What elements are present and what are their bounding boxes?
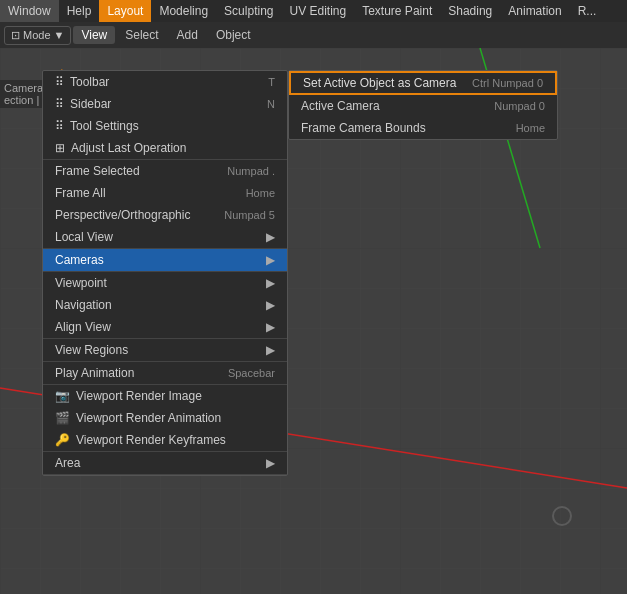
cameras-submenu-arrow: ▶ <box>266 253 275 267</box>
toolbar-row: ⊡ Mode ▼ View Select Add Object <box>0 22 627 48</box>
chevron-down-icon: ▼ <box>54 29 65 41</box>
menu-item-toolbar[interactable]: ⠿ Toolbar T <box>43 71 287 93</box>
viewpoint-submenu-arrow: ▶ <box>266 276 275 290</box>
menu-item-cameras[interactable]: Cameras ▶ <box>43 249 287 271</box>
menu-item-sidebar[interactable]: ⠿ Sidebar N <box>43 93 287 115</box>
tab-shading[interactable]: Shading <box>440 0 500 22</box>
area-submenu-arrow: ▶ <box>266 456 275 470</box>
view-regions-submenu-arrow: ▶ <box>266 343 275 357</box>
view-menu-btn[interactable]: View <box>73 26 115 44</box>
menu-window[interactable]: Window <box>0 0 59 22</box>
view-dropdown-menu: ⠿ Toolbar T ⠿ Sidebar N ⠿ Tool Settings … <box>42 70 288 476</box>
menu-item-active-camera[interactable]: Active Camera Numpad 0 <box>289 95 557 117</box>
menu-item-adjust-last[interactable]: ⊞ Adjust Last Operation <box>43 137 287 159</box>
menu-item-viewport-render-image[interactable]: 📷 Viewport Render Image <box>43 385 287 407</box>
tab-texture-paint[interactable]: Texture Paint <box>354 0 440 22</box>
tab-layout[interactable]: Layout <box>99 0 151 22</box>
menu-item-viewport-render-animation[interactable]: 🎬 Viewport Render Animation <box>43 407 287 429</box>
menu-item-navigation[interactable]: Navigation ▶ <box>43 294 287 316</box>
mode-label: Mode <box>23 29 51 41</box>
menu-item-frame-camera-bounds[interactable]: Frame Camera Bounds Home <box>289 117 557 139</box>
menu-section-play: Play Animation Spacebar <box>43 362 287 385</box>
menu-item-frame-all[interactable]: Frame All Home <box>43 182 287 204</box>
render-keyframes-icon: 🔑 <box>55 433 70 447</box>
menu-section-view-regions: View Regions ▶ <box>43 339 287 362</box>
menu-section-2: Frame Selected Numpad . Frame All Home P… <box>43 160 287 249</box>
menu-item-area[interactable]: Area ▶ <box>43 452 287 474</box>
object-menu-btn[interactable]: Object <box>208 26 259 44</box>
tab-rendering[interactable]: R... <box>570 0 605 22</box>
tab-sculpting[interactable]: Sculpting <box>216 0 281 22</box>
cameras-submenu: Set Active Object as Camera Ctrl Numpad … <box>288 70 558 140</box>
tab-uv-editing[interactable]: UV Editing <box>281 0 354 22</box>
menu-item-align-view[interactable]: Align View ▶ <box>43 316 287 338</box>
menu-item-play-animation[interactable]: Play Animation Spacebar <box>43 362 287 384</box>
menu-section-cameras: Cameras ▶ <box>43 249 287 272</box>
menu-section-renders: 📷 Viewport Render Image 🎬 Viewport Rende… <box>43 385 287 452</box>
sidebar-icon: ⠿ <box>55 97 64 111</box>
menu-section-1: ⠿ Toolbar T ⠿ Sidebar N ⠿ Tool Settings … <box>43 71 287 160</box>
top-menubar: Window Help Layout Modeling Sculpting UV… <box>0 0 627 22</box>
menu-item-frame-selected[interactable]: Frame Selected Numpad . <box>43 160 287 182</box>
tab-modeling[interactable]: Modeling <box>151 0 216 22</box>
add-menu-btn[interactable]: Add <box>169 26 206 44</box>
render-animation-icon: 🎬 <box>55 411 70 425</box>
render-image-icon: 📷 <box>55 389 70 403</box>
menu-item-view-regions[interactable]: View Regions ▶ <box>43 339 287 361</box>
tool-settings-icon: ⠿ <box>55 119 64 133</box>
local-view-submenu-arrow: ▶ <box>266 230 275 244</box>
toolbar-icon: ⠿ <box>55 75 64 89</box>
mode-icon: ⊡ <box>11 29 20 42</box>
mode-dropdown[interactable]: ⊡ Mode ▼ <box>4 26 71 45</box>
menu-item-viewport-render-keyframes[interactable]: 🔑 Viewport Render Keyframes <box>43 429 287 451</box>
align-view-submenu-arrow: ▶ <box>266 320 275 334</box>
menu-section-3: Viewpoint ▶ Navigation ▶ Align View ▶ <box>43 272 287 339</box>
tab-animation[interactable]: Animation <box>500 0 569 22</box>
camera-ring-icon <box>552 506 572 526</box>
menu-item-tool-settings[interactable]: ⠿ Tool Settings <box>43 115 287 137</box>
menu-item-perspective[interactable]: Perspective/Orthographic Numpad 5 <box>43 204 287 226</box>
menu-section-area: Area ▶ <box>43 452 287 475</box>
adjust-icon: ⊞ <box>55 141 65 155</box>
navigation-submenu-arrow: ▶ <box>266 298 275 312</box>
menu-item-local-view[interactable]: Local View ▶ <box>43 226 287 248</box>
select-menu-btn[interactable]: Select <box>117 26 166 44</box>
menu-item-set-active-camera[interactable]: Set Active Object as Camera Ctrl Numpad … <box>289 71 557 95</box>
menu-help[interactable]: Help <box>59 0 100 22</box>
menu-item-viewpoint[interactable]: Viewpoint ▶ <box>43 272 287 294</box>
